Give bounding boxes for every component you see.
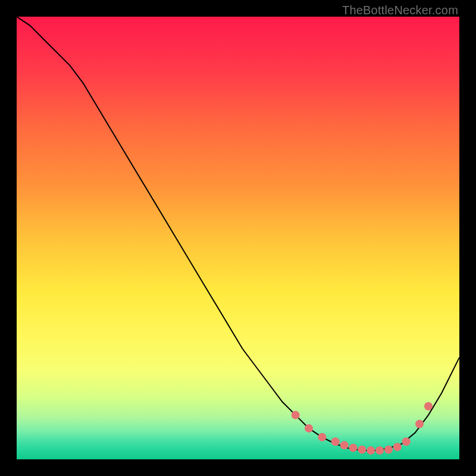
marker-dot <box>318 433 326 441</box>
marker-dot <box>292 411 300 419</box>
watermark-label: TheBottleNecker.com <box>342 4 458 17</box>
marker-dot <box>424 402 433 411</box>
curve-line <box>17 17 459 450</box>
marker-dot <box>358 446 366 454</box>
marker-dot <box>393 443 402 451</box>
marker-dot <box>331 437 340 446</box>
marker-dot <box>349 444 357 452</box>
plot-area <box>17 17 459 459</box>
marker-dots <box>292 402 433 455</box>
marker-dot <box>415 419 424 428</box>
chart-stage: TheBottleNecker.com <box>0 0 476 476</box>
marker-dot <box>402 437 411 446</box>
chart-curve-layer <box>17 17 459 459</box>
marker-dot <box>305 424 313 433</box>
marker-dot <box>375 446 384 455</box>
marker-dot <box>384 446 393 454</box>
marker-dot <box>340 441 349 449</box>
marker-dot <box>367 446 375 455</box>
